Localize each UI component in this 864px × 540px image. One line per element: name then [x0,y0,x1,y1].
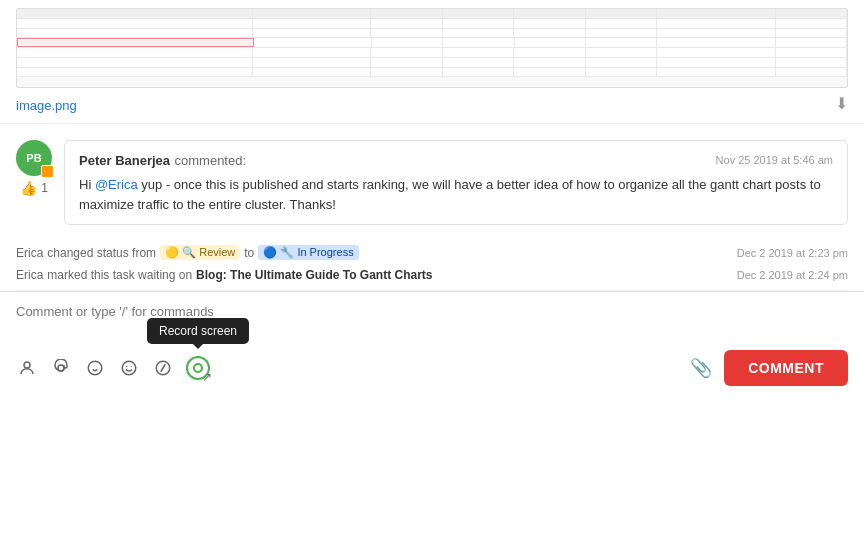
cursor-indicator: ↗ [202,370,212,384]
avatar-badge [41,165,54,178]
input-area: Record screen ↗ 📎 COMMENT [0,291,864,540]
activity-link[interactable]: Blog: The Ultimate Guide To Gantt Charts [196,268,432,282]
slash-icon[interactable] [152,357,174,379]
spreadsheet-preview [16,8,848,88]
image-filename[interactable]: image.png [16,98,77,113]
emoji-smile-icon[interactable] [84,357,106,379]
comment-button[interactable]: COMMENT [724,350,848,386]
avatar: PB [16,140,52,176]
activity-item-1: Erica changed status from 🟡 🔍 Review to … [16,241,848,264]
activity-left-1: Erica changed status from 🟡 🔍 Review to … [16,245,359,260]
like-count: 1 [41,181,48,195]
activity-actor-2: Erica [16,268,43,282]
attachment-icon[interactable]: 📎 [690,357,712,379]
svg-line-9 [161,364,166,372]
download-icon[interactable]: ⬇ [835,94,848,113]
record-screen-tooltip-bubble: Record screen [147,318,249,344]
comment-text: Hi @Erica yup - once this is published a… [79,175,833,214]
activity-action-1: changed status from [47,246,156,260]
activity-item-2: Erica marked this task waiting on Blog: … [16,264,848,286]
activity-left-2: Erica marked this task waiting on Blog: … [16,268,433,282]
svg-point-5 [122,361,136,375]
emoji-icon[interactable] [118,357,140,379]
comment-action: commented: [175,153,247,168]
comment-text-before: Hi [79,177,95,192]
status-badge-review: 🟡 🔍 Review [160,245,240,260]
image-section: image.png ⬇ [0,0,864,124]
activity-time-1: Dec 2 2019 at 2:23 pm [737,247,848,259]
activity-connector-1: to [244,246,254,260]
comment-text-after: yup - once this is published and starts … [79,177,821,212]
main-container: image.png ⬇ PB 👍 1 Peter Banerjea commen… [0,0,864,540]
toolbar-left: Record screen ↗ [16,356,210,380]
comment-block: PB 👍 1 Peter Banerjea commented: Nov 25 … [0,124,864,237]
activity-section: Erica changed status from 🟡 🔍 Review to … [0,237,864,290]
mention-icon[interactable] [50,357,72,379]
input-toolbar: Record screen ↗ 📎 COMMENT [16,346,848,386]
commenter-name: Peter Banerjea [79,153,170,168]
comment-input[interactable] [16,304,848,334]
comment-timestamp: Nov 25 2019 at 5:46 am [716,154,833,166]
svg-point-2 [88,361,102,375]
status-badge-inprogress: 🔵 🔧 In Progress [258,245,358,260]
comment-header: Peter Banerjea commented: Nov 25 2019 at… [79,151,833,169]
record-screen-container: Record screen ↗ [186,356,210,380]
record-screen-icon[interactable]: ↗ [186,356,210,380]
activity-action-2: marked this task waiting on [47,268,192,282]
comment-content: Peter Banerjea commented: Nov 25 2019 at… [64,140,848,225]
comment-mention[interactable]: @Erica [95,177,138,192]
activity-time-2: Dec 2 2019 at 2:24 pm [737,269,848,281]
like-icon[interactable]: 👍 [20,180,37,196]
svg-point-0 [24,362,30,368]
activity-actor-1: Erica [16,246,43,260]
like-section: 👍 1 [20,180,48,196]
person-icon[interactable] [16,357,38,379]
